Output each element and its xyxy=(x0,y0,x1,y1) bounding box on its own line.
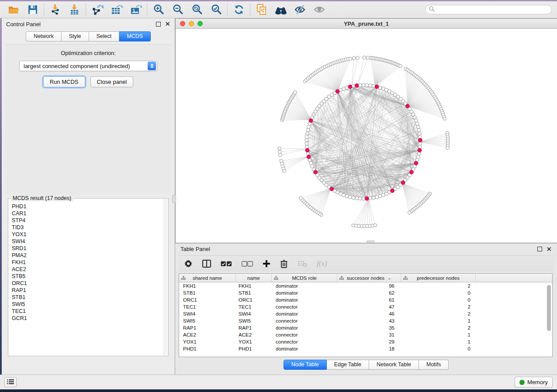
tab-mcds[interactable]: MCDS xyxy=(119,31,151,41)
mcds-node-item[interactable]: GCR1 xyxy=(12,315,168,322)
memory-button[interactable]: Memory xyxy=(515,377,553,388)
network-node[interactable] xyxy=(305,132,309,135)
table-row[interactable]: ACE2ACE2connector311 xyxy=(179,331,552,338)
network-node[interactable] xyxy=(358,197,362,200)
network-node[interactable] xyxy=(305,145,309,149)
export-network-button[interactable] xyxy=(91,3,104,16)
table-row[interactable]: SWI4SWI4dominator462 xyxy=(179,310,552,317)
vertical-splitter-handle[interactable] xyxy=(172,195,176,203)
network-canvas[interactable] xyxy=(176,29,557,243)
network-node[interactable] xyxy=(305,135,309,138)
mcds-node[interactable] xyxy=(419,138,422,142)
mcds-node-item[interactable]: TID3 xyxy=(12,224,168,231)
import-network-button[interactable] xyxy=(49,3,62,16)
network-node[interactable] xyxy=(368,84,372,87)
network-node[interactable] xyxy=(363,56,366,59)
show-all-button[interactable] xyxy=(313,3,326,16)
network-node[interactable] xyxy=(443,117,446,120)
network-node[interactable] xyxy=(279,153,282,157)
table-row[interactable]: STB1STB1dominator620 xyxy=(179,289,552,296)
run-mcds-button[interactable]: Run MCDS xyxy=(43,76,85,87)
network-node[interactable] xyxy=(381,193,385,197)
network-node[interactable] xyxy=(362,197,365,200)
mcds-node-item[interactable]: ACE2 xyxy=(12,266,168,273)
zoom-in-button[interactable] xyxy=(152,3,165,16)
mcds-node-item[interactable]: FKH1 xyxy=(12,259,168,266)
network-node[interactable] xyxy=(408,211,411,214)
mcds-node-item[interactable]: CAR1 xyxy=(12,210,168,217)
mcds-node[interactable] xyxy=(305,148,309,152)
column-header-name[interactable]: name xyxy=(236,274,272,282)
network-node[interactable] xyxy=(372,196,375,199)
network-node[interactable] xyxy=(362,83,365,87)
network-node[interactable] xyxy=(352,56,356,60)
network-node[interactable] xyxy=(365,83,369,87)
select-all-button[interactable] xyxy=(221,258,232,269)
mcds-node[interactable] xyxy=(418,148,422,152)
table-row[interactable]: ORC1ORC1dominator610 xyxy=(179,296,552,303)
save-session-button[interactable] xyxy=(26,3,39,16)
zoom-fit-button[interactable] xyxy=(190,3,204,16)
mcds-list-scrollbar[interactable] xyxy=(163,199,168,355)
float-table-panel-icon[interactable] xyxy=(537,247,542,251)
mcds-node[interactable] xyxy=(336,89,339,93)
network-node[interactable] xyxy=(348,195,352,199)
mcds-node-item[interactable]: YOX1 xyxy=(12,231,168,238)
mcds-node[interactable] xyxy=(375,85,379,89)
mcds-node[interactable] xyxy=(307,155,311,159)
network-node[interactable] xyxy=(418,132,422,135)
network-node[interactable] xyxy=(446,146,450,150)
table-row[interactable]: YOX1YOX1connector291 xyxy=(179,338,552,345)
hide-selected-button[interactable] xyxy=(294,3,307,16)
zoom-out-button[interactable] xyxy=(171,3,184,16)
add-column-button[interactable] xyxy=(263,258,270,269)
delete-table-button[interactable] xyxy=(298,258,307,269)
mcds-node[interactable] xyxy=(414,161,418,165)
tab-node-table[interactable]: Node Table xyxy=(284,360,327,370)
close-panel-icon[interactable]: ✕ xyxy=(165,22,170,26)
show-panels-button[interactable] xyxy=(4,377,17,387)
delete-column-button[interactable] xyxy=(280,258,288,269)
network-node[interactable] xyxy=(306,128,310,132)
network-node[interactable] xyxy=(417,152,421,155)
network-node[interactable] xyxy=(399,65,402,68)
tab-network-table[interactable]: Network Table xyxy=(369,360,419,370)
mcds-node-item[interactable]: STB1 xyxy=(12,294,168,301)
search-input[interactable] xyxy=(437,6,548,13)
column-header-MCDS-role[interactable]: MCDS role xyxy=(272,274,337,282)
network-node[interactable] xyxy=(280,159,283,163)
network-window-titlebar[interactable]: YPA_prune.txt_1 xyxy=(176,19,557,29)
mcds-node[interactable] xyxy=(391,189,394,193)
criterion-dropdown[interactable]: largest connected component (undirected) xyxy=(19,61,157,71)
table-row[interactable]: SWI5SWI5connector431 xyxy=(179,317,552,324)
horizontal-splitter-handle[interactable] xyxy=(367,241,374,243)
mcds-node[interactable] xyxy=(406,104,410,108)
table-scrollbar-thumb[interactable] xyxy=(547,285,551,331)
network-node[interactable] xyxy=(352,196,355,199)
network-node[interactable] xyxy=(345,194,349,198)
mcds-node-item[interactable]: RAP1 xyxy=(12,287,168,294)
network-node[interactable] xyxy=(416,155,420,158)
network-node[interactable] xyxy=(278,150,282,154)
first-neighbors-button[interactable] xyxy=(274,3,287,16)
apply-layout-button[interactable] xyxy=(232,3,246,16)
table-row[interactable]: PHD1PHD1dominator180 xyxy=(179,345,552,352)
network-node[interactable] xyxy=(305,138,308,142)
network-node[interactable] xyxy=(418,135,422,138)
new-network-from-selection-button[interactable] xyxy=(255,3,268,16)
tab-style[interactable]: Style xyxy=(62,31,89,41)
search-field[interactable] xyxy=(425,5,552,14)
column-header-successor-nodes[interactable]: successor nodes⌄ xyxy=(337,274,401,282)
table-row[interactable]: FKH1FKH1dominator962 xyxy=(179,282,552,289)
column-header-predecessor-nodes[interactable]: predecessor nodes xyxy=(401,274,476,282)
mcds-node-item[interactable]: PMA2 xyxy=(12,252,168,259)
column-header-shared-name[interactable]: shared name xyxy=(179,274,236,282)
float-panel-icon[interactable] xyxy=(156,22,161,27)
table-row[interactable]: TEC1TEC1connector472 xyxy=(179,303,552,310)
mcds-node[interactable] xyxy=(355,84,359,88)
network-node[interactable] xyxy=(352,224,355,227)
mcds-node-item[interactable]: ORC1 xyxy=(12,280,168,287)
function-builder-button[interactable]: f(x) xyxy=(317,258,327,269)
zoom-selected-button[interactable] xyxy=(210,3,223,16)
mcds-node[interactable] xyxy=(401,181,405,185)
